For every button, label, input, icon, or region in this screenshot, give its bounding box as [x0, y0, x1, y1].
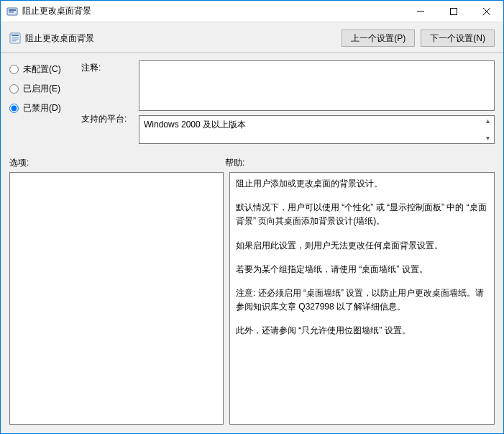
radio-enabled-input[interactable] — [9, 84, 19, 94]
help-paragraph: 注意: 还必须启用 “桌面墙纸” 设置，以防止用户更改桌面墙纸。请参阅知识库文章… — [236, 286, 488, 314]
policy-icon — [9, 32, 21, 44]
help-paragraph: 若要为某个组指定墙纸，请使用 “桌面墙纸” 设置。 — [236, 263, 488, 276]
help-paragraph: 此外，还请参阅 “只允许使用位图墙纸” 设置。 — [236, 324, 488, 338]
radio-not-configured-label: 未配置(C) — [23, 63, 61, 76]
svg-rect-9 — [12, 37, 19, 38]
close-button[interactable] — [470, 1, 503, 22]
radio-enabled[interactable]: 已启用(E) — [9, 83, 74, 95]
scroll-up-icon: ▴ — [482, 117, 492, 125]
svg-rect-8 — [12, 35, 19, 36]
options-label: 选项: — [9, 157, 225, 169]
svg-rect-4 — [451, 8, 457, 14]
state-radio-group: 未配置(C) 已启用(E) 已禁用(D) — [9, 60, 74, 144]
gpedit-policy-window: 阻止更改桌面背景 阻止更改桌面背景 上一个设置(P) 下一个设置(N) — [0, 0, 504, 434]
app-icon — [6, 6, 18, 17]
config-area: 未配置(C) 已启用(E) 已禁用(D) 注释: 支持的平台: Windows … — [1, 53, 503, 148]
titlebar: 阻止更改桌面背景 — [1, 1, 503, 22]
maximize-button[interactable] — [437, 1, 470, 22]
svg-rect-11 — [12, 40, 17, 42]
comment-textarea[interactable] — [139, 60, 495, 111]
radio-disabled-input[interactable] — [9, 104, 19, 113]
help-paragraph: 阻止用户添加或更改桌面的背景设计。 — [236, 177, 488, 191]
radio-not-configured[interactable]: 未配置(C) — [9, 63, 74, 76]
radio-not-configured-input[interactable] — [9, 65, 19, 74]
svg-rect-1 — [9, 9, 16, 11]
field-values: Windows 2000 及以上版本 ▴ ▾ — [139, 60, 495, 144]
panels: 阻止用户添加或更改桌面的背景设计。 默认情况下，用户可以使用 “个性化” 或 “… — [1, 172, 503, 433]
comment-label: 注释: — [81, 62, 132, 74]
svg-rect-10 — [12, 39, 19, 40]
help-panel[interactable]: 阻止用户添加或更改桌面的背景设计。 默认情况下，用户可以使用 “个性化” 或 “… — [229, 172, 495, 425]
supported-platforms-text: Windows 2000 及以上版本 — [144, 119, 246, 130]
scroll-down-icon: ▾ — [482, 135, 492, 142]
help-label: 帮助: — [225, 157, 495, 169]
help-paragraph: 默认情况下，用户可以使用 “个性化” 或 “显示控制面板” 中的 “桌面背景” … — [236, 201, 488, 228]
options-panel[interactable] — [9, 172, 224, 425]
svg-rect-2 — [9, 12, 14, 13]
policy-name: 阻止更改桌面背景 — [25, 32, 94, 45]
supported-label: 支持的平台: — [81, 113, 132, 125]
help-paragraph: 如果启用此设置，则用户无法更改任何桌面背景设置。 — [236, 239, 488, 253]
minimize-button[interactable] — [404, 1, 437, 22]
field-labels: 注释: 支持的平台: — [81, 60, 132, 144]
policy-header: 阻止更改桌面背景 上一个设置(P) 下一个设置(N) — [1, 22, 503, 53]
radio-disabled[interactable]: 已禁用(D) — [9, 102, 74, 114]
supported-platforms-box: Windows 2000 及以上版本 ▴ ▾ — [139, 115, 495, 144]
window-title: 阻止更改桌面背景 — [22, 5, 91, 17]
section-labels: 选项: 帮助: — [1, 148, 503, 172]
radio-disabled-label: 已禁用(D) — [23, 102, 61, 114]
radio-enabled-label: 已启用(E) — [23, 83, 60, 95]
next-setting-button[interactable]: 下一个设置(N) — [421, 30, 495, 47]
previous-setting-button[interactable]: 上一个设置(P) — [342, 30, 415, 47]
